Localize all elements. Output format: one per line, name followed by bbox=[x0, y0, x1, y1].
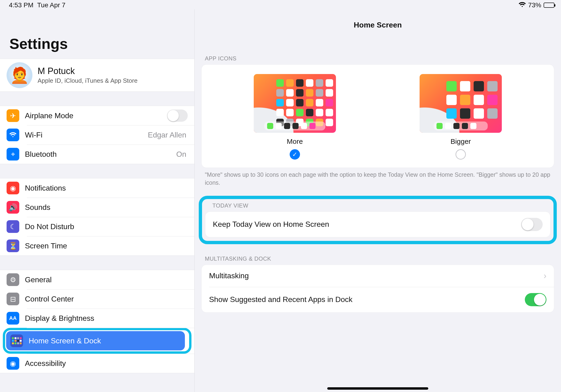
switches-icon: ⊟ bbox=[7, 293, 19, 305]
text-size-icon: AA bbox=[7, 312, 19, 325]
row-keep-today-view[interactable]: Keep Today View on Home Screen bbox=[205, 212, 550, 237]
page-title: Settings bbox=[0, 9, 194, 59]
sidebar-item-display[interactable]: AA Display & Brightness bbox=[0, 309, 194, 328]
gear-icon: ⚙ bbox=[7, 273, 19, 286]
airplane-toggle[interactable] bbox=[167, 109, 188, 122]
sidebar-item-control-center[interactable]: ⊟ Control Center bbox=[0, 289, 194, 309]
thumbnail-more bbox=[254, 74, 336, 133]
sounds-icon: 🔊 bbox=[7, 201, 19, 214]
battery-icon bbox=[544, 3, 554, 8]
sidebar-item-notifications[interactable]: ◉ Notifications bbox=[0, 178, 194, 198]
detail-title: Home Screen bbox=[194, 9, 561, 29]
wifi-icon bbox=[519, 1, 526, 9]
chevron-right-icon: › bbox=[544, 271, 546, 281]
sidebar-item-account[interactable]: 🧑‍🦰 M Potuck Apple ID, iCloud, iTunes & … bbox=[0, 59, 194, 92]
accessibility-icon: ◉ bbox=[7, 357, 19, 370]
sidebar-item-airplane[interactable]: ✈ Airplane Mode bbox=[0, 106, 194, 125]
toggle-keep-today-view[interactable] bbox=[521, 218, 543, 231]
option-bigger[interactable]: Bigger bbox=[420, 74, 502, 160]
row-suggested-apps[interactable]: Show Suggested and Recent Apps in Dock bbox=[202, 287, 554, 312]
detail-pane: Home Screen APP ICONS More ✓ bbox=[194, 9, 561, 392]
card-multitasking: Multitasking › Show Suggested and Recent… bbox=[202, 265, 554, 312]
section-header-multitasking: MULTITASKING & DOCK bbox=[194, 255, 561, 265]
section-header-today: TODAY VIEW bbox=[204, 201, 551, 212]
sidebar-item-screentime[interactable]: ⏳ Screen Time bbox=[0, 236, 194, 255]
airplane-icon: ✈ bbox=[7, 109, 19, 122]
account-name: M Potuck bbox=[38, 66, 137, 76]
bluetooth-icon: ⌖ bbox=[7, 148, 19, 161]
card-today-view: Keep Today View on Home Screen bbox=[205, 212, 550, 237]
status-time: 4:53 PM bbox=[9, 1, 33, 9]
sidebar-item-bluetooth[interactable]: ⌖ Bluetooth On bbox=[0, 144, 194, 164]
hourglass-icon: ⏳ bbox=[7, 240, 19, 252]
grid-icon bbox=[10, 334, 23, 347]
radio-more[interactable]: ✓ bbox=[290, 149, 300, 160]
radio-bigger[interactable] bbox=[455, 149, 466, 160]
status-date: Tue Apr 7 bbox=[37, 1, 65, 9]
sidebar-item-accessibility[interactable]: ◉ Accessibility bbox=[0, 354, 194, 373]
sidebar-item-general[interactable]: ⚙ General bbox=[0, 270, 194, 289]
highlight-today-view: TODAY VIEW Keep Today View on Home Scree… bbox=[199, 196, 557, 244]
sidebar-item-wifi[interactable]: Wi-Fi Edgar Allen bbox=[0, 125, 194, 144]
app-icons-footer: "More" shows up to 30 icons on each page… bbox=[194, 168, 561, 187]
sidebar-item-home-screen[interactable]: Home Screen & Dock bbox=[0, 328, 194, 354]
sidebar-item-dnd[interactable]: ☾ Do Not Disturb bbox=[0, 217, 194, 236]
option-more[interactable]: More ✓ bbox=[254, 74, 336, 160]
toggle-suggested-apps[interactable] bbox=[525, 293, 546, 306]
battery-pct: 73% bbox=[528, 1, 541, 9]
status-bar: 4:53 PM Tue Apr 7 73% bbox=[0, 0, 561, 9]
account-subtitle: Apple ID, iCloud, iTunes & App Store bbox=[38, 77, 137, 84]
home-indicator[interactable] bbox=[327, 387, 428, 390]
moon-icon: ☾ bbox=[7, 220, 19, 233]
sidebar: Settings 🧑‍🦰 M Potuck Apple ID, iCloud, … bbox=[0, 9, 194, 392]
section-header-app-icons: APP ICONS bbox=[194, 55, 561, 65]
row-multitasking[interactable]: Multitasking › bbox=[202, 265, 554, 287]
card-app-icons: More ✓ Bigger bbox=[202, 65, 554, 168]
avatar: 🧑‍🦰 bbox=[7, 62, 32, 88]
wifi-icon bbox=[7, 129, 19, 141]
sidebar-item-sounds[interactable]: 🔊 Sounds bbox=[0, 198, 194, 217]
notifications-icon: ◉ bbox=[7, 182, 19, 194]
thumbnail-bigger bbox=[420, 74, 502, 133]
